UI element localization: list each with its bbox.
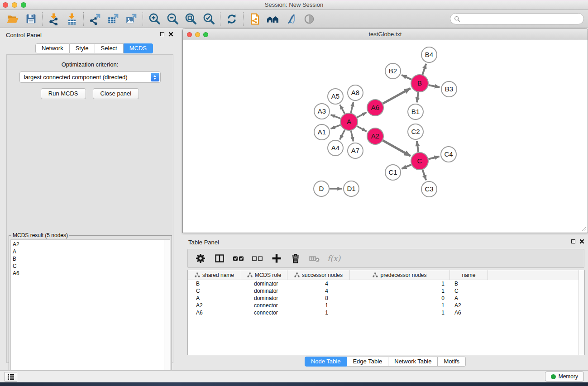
zoom-out-button[interactable] — [163, 11, 182, 27]
graph-edge-C-C1[interactable] — [402, 165, 411, 169]
graph-edge-C-C3[interactable] — [422, 170, 426, 180]
tab-network[interactable]: Network — [35, 43, 70, 53]
show-hide-button[interactable] — [300, 11, 318, 27]
select-stepper-icon — [151, 73, 159, 81]
mcds-result-item[interactable]: A6 — [13, 270, 164, 277]
table-row-A[interactable]: Adominator80A — [188, 295, 578, 302]
graph-edge-C-C4[interactable] — [428, 157, 439, 159]
network-document-icon — [249, 13, 261, 25]
graph-node-label-A6: A6 — [371, 104, 379, 111]
graph-edge-A-A8[interactable] — [351, 102, 353, 113]
criterion-select[interactable]: largest connected component (directed) — [19, 71, 161, 83]
graph-node-label-A4: A4 — [331, 144, 339, 152]
graph-edge-A-A1[interactable] — [331, 125, 341, 129]
tab-style[interactable]: Style — [70, 43, 95, 53]
clear-table-button[interactable] — [308, 253, 321, 264]
mcds-result-item[interactable]: C — [13, 262, 164, 270]
import-table-button[interactable] — [63, 11, 81, 27]
search-input[interactable] — [463, 14, 583, 24]
graph-edge-A2-C[interactable] — [383, 140, 411, 156]
task-history-button[interactable] — [5, 372, 17, 381]
export-table-button[interactable] — [104, 11, 122, 27]
graph-node-label-C2: C2 — [411, 128, 420, 135]
tab-node-table[interactable]: Node Table — [305, 357, 347, 367]
export-image-button[interactable] — [122, 11, 140, 27]
graph-edge-A6-B[interactable] — [383, 88, 411, 104]
graph-node-label-D: D — [319, 185, 324, 192]
column-header-name[interactable]: name — [450, 270, 488, 280]
zoom-in-button[interactable] — [145, 11, 163, 27]
close-panel-icon[interactable] — [168, 32, 173, 37]
network-document-button[interactable] — [246, 11, 264, 27]
graph-edge-C-C2[interactable] — [417, 141, 418, 152]
column-header-shared-name[interactable]: shared name — [188, 270, 241, 280]
deselect-all-button[interactable] — [251, 253, 264, 264]
mcds-result-item[interactable]: A — [13, 248, 164, 255]
export-network-button[interactable] — [86, 11, 104, 27]
mcds-result-item[interactable]: B — [13, 255, 164, 262]
import-network-button[interactable] — [45, 11, 63, 27]
node-table-scrollbar[interactable] — [578, 270, 584, 355]
table-row-B[interactable]: Bdominator41B — [188, 280, 578, 287]
table-panel-title: Table Panel — [188, 239, 219, 246]
main-toolbar: f — [0, 10, 588, 28]
tab-edge-table[interactable]: Edge Table — [347, 357, 388, 367]
run-mcds-button[interactable]: Run MCDS — [41, 88, 86, 99]
function-builder-button[interactable]: f(x) — [327, 254, 340, 263]
graph-node-label-A: A — [347, 118, 351, 125]
mcds-list-scrollbar[interactable] — [164, 240, 170, 384]
zoom-selected-button[interactable] — [200, 11, 218, 27]
network-graph[interactable]: B4B2BB3A8A5A6A3B1AC2A1A2A4A7C4CC1C3DD1 — [183, 40, 588, 233]
refresh-button[interactable] — [223, 11, 241, 27]
graph-edge-A-A4[interactable] — [340, 130, 345, 140]
graph-edge-B-B1[interactable] — [417, 92, 418, 102]
float-table-panel-icon[interactable] — [571, 239, 575, 243]
optimization-criterion-label: Optimization criterion: — [7, 61, 173, 68]
resize-grip-icon[interactable] — [580, 225, 587, 232]
tab-select[interactable]: Select — [95, 43, 124, 53]
tab-motifs[interactable]: Motifs — [438, 357, 466, 367]
table-settings-button[interactable] — [194, 253, 207, 264]
node-table-body: Bdominator41BCdominator41CAdominator80AA… — [188, 280, 578, 316]
float-panel-icon[interactable] — [160, 32, 164, 36]
graph-node-label-B4: B4 — [425, 51, 433, 58]
network-canvas[interactable]: B4B2BB3A8A5A6A3B1AC2A1A2A4A7C4CC1C3DD1 — [183, 40, 588, 233]
graph-edge-A-A5[interactable] — [340, 105, 345, 114]
close-panel-button[interactable]: Close panel — [93, 88, 139, 99]
graph-edge-B-B4[interactable] — [422, 64, 426, 75]
browser-home-button[interactable] — [264, 11, 282, 27]
table-row-A6[interactable]: A6connector11A6 — [188, 309, 578, 316]
column-header-MCDS-role[interactable]: MCDS role — [241, 270, 287, 280]
column-header-successor-nodes[interactable]: successor nodes — [287, 270, 350, 280]
graph-edge-B-B2[interactable] — [402, 75, 411, 80]
graph-edge-A-A7[interactable] — [351, 131, 353, 142]
graph-node-label-A2: A2 — [371, 132, 379, 140]
tab-mcds[interactable]: MCDS — [124, 43, 153, 53]
table-row-C[interactable]: Cdominator41C — [188, 287, 578, 295]
column-header-predecessor-nodes[interactable]: predecessor nodes — [350, 270, 450, 280]
mcds-result-list: A2ABCA6 — [11, 240, 164, 384]
zoom-fit-button[interactable] — [182, 11, 200, 27]
save-session-button[interactable] — [22, 11, 40, 27]
cell-successor-nodes: 8 — [287, 295, 350, 302]
split-columns-button[interactable] — [213, 253, 226, 264]
memory-button[interactable]: Memory — [545, 372, 584, 381]
cell-name: A6 — [450, 309, 488, 316]
delete-column-button[interactable] — [289, 253, 302, 264]
select-all-button[interactable] — [232, 253, 245, 264]
graph-edge-A-A3[interactable] — [331, 115, 341, 119]
toggle-graphics-details-button[interactable]: f — [282, 11, 300, 27]
cell-shared-name: A6 — [188, 309, 241, 316]
graph-edge-A-A2[interactable] — [357, 126, 367, 132]
cell-name: C — [450, 287, 488, 295]
window-title: Session: New Session — [0, 1, 588, 8]
add-column-button[interactable] — [270, 253, 283, 264]
tab-network-table[interactable]: Network Table — [388, 357, 438, 367]
table-toolbar: f(x) — [187, 249, 584, 268]
graph-edge-A-A6[interactable] — [357, 112, 367, 117]
open-session-button[interactable] — [4, 11, 22, 27]
graph-edge-B-B3[interactable] — [429, 85, 440, 87]
table-row-A2[interactable]: A2connector11A2 — [188, 302, 578, 309]
close-table-panel-icon[interactable] — [579, 239, 584, 244]
mcds-result-item[interactable]: A2 — [13, 241, 164, 248]
